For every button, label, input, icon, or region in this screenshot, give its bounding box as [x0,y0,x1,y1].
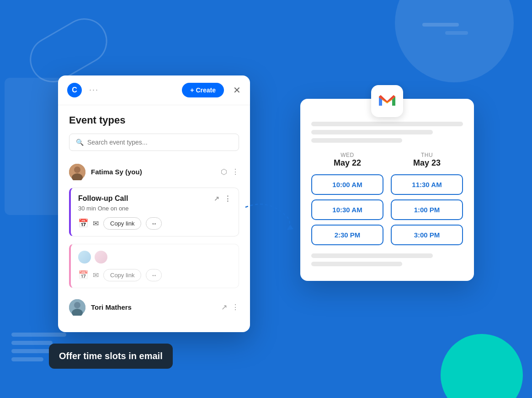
email-icon[interactable]: ✉ [93,219,99,228]
gmail-line-3 [311,138,402,143]
embed-button-2[interactable]: ↔ [146,269,162,281]
event-external-link-icon[interactable]: ↗ [214,195,219,202]
col1-header: WED May 22 [311,152,383,168]
svg-marker-6 [287,225,293,230]
col2-day: THU [391,152,463,158]
event2-actions: 📅 ✉ Copy link ↔ [78,269,231,281]
gmail-icon-badge [371,85,403,117]
gmail-card: WED May 22 10:00 AM 10:30 AM 2:30 PM THU… [300,99,474,281]
gmail-line-1 [311,122,463,126]
calendar-col-1: WED May 22 10:00 AM 10:30 AM 2:30 PM [311,152,383,245]
user-row2-actions: ↗ ⋮ [221,303,239,312]
avatar-fatima [69,164,85,180]
event-title-actions: ↗ ⋮ [214,194,231,203]
event-actions: 📅 ✉ Copy link ↔ [78,217,231,230]
col2-header: THU May 23 [391,152,463,168]
small-avatar-2 [95,251,107,264]
event-more-icon[interactable]: ⋮ [224,194,231,203]
time-slot-1030[interactable]: 10:30 AM [311,199,383,220]
gmail-footer-line-2 [311,262,402,266]
external-link-icon[interactable]: ⬡ [221,167,227,176]
col1-date: May 22 [311,158,383,168]
external-link-icon-2[interactable]: ↗ [221,303,227,312]
event-title-text: Follow-up Call [78,194,128,203]
user-row-fatima: Fatima Sy (you) ⬡ ⋮ [69,160,239,184]
calendly-body: Event types 🔍 Fatima Sy (you [58,105,250,332]
embed-button[interactable]: ↔ [146,217,162,230]
event-title-row: Follow-up Call ↗ ⋮ [78,194,231,203]
dashed-arrow [241,198,296,237]
gmail-footer-line-1 [311,253,433,258]
copy-link-button[interactable]: Copy link [103,217,141,230]
close-button[interactable]: ✕ [233,85,241,96]
event-card-followup: Follow-up Call ↗ ⋮ 30 min One on one 📅 ✉… [69,188,239,237]
add-to-calendar-icon-2[interactable]: 📅 [78,270,88,280]
more-options-icon-2[interactable]: ⋮ [232,303,239,312]
col1-day: WED [311,152,383,158]
search-input[interactable] [87,139,232,146]
user-row-tori: Tori Mathers ↗ ⋮ [69,296,239,319]
calendly-logo: C [67,83,82,97]
calendly-card: C ··· + Create ✕ Event types 🔍 [58,75,250,332]
email-icon-2[interactable]: ✉ [93,271,99,280]
svg-point-1 [74,167,80,173]
event-card-2: 📅 ✉ Copy link ↔ [69,244,239,288]
time-slot-1500[interactable]: 3:00 PM [391,225,463,245]
calendly-panel: C ··· + Create ✕ Event types 🔍 [58,66,250,332]
avatar-tori [69,299,85,316]
create-button[interactable]: + Create [182,83,224,97]
calendly-header: C ··· + Create ✕ [58,75,250,105]
time-slot-1430[interactable]: 2:30 PM [311,225,383,245]
gmail-footer-lines [311,253,463,266]
user-name-tori: Tori Mathers [91,303,216,311]
gmail-panel: WED May 22 10:00 AM 10:30 AM 2:30 PM THU… [300,99,474,281]
event-meta: 30 min One on one [78,205,231,212]
gmail-header-lines [311,122,463,143]
tooltip: Offer time slots in email [49,344,173,369]
svg-point-4 [74,302,80,308]
gmail-line-2 [311,130,433,134]
time-slot-1300[interactable]: 1:00 PM [391,199,463,220]
time-slot-1000[interactable]: 10:00 AM [311,174,383,195]
col2-date: May 23 [391,158,463,168]
user-row-actions: ⬡ ⋮ [221,167,239,176]
more-options-icon[interactable]: ⋮ [232,167,239,176]
time-slot-1130[interactable]: 11:30 AM [391,174,463,195]
search-icon: 🔍 [76,139,84,146]
add-to-calendar-icon[interactable]: 📅 [78,218,88,228]
page-title: Event types [69,114,239,126]
avatar-row [78,251,231,264]
header-menu-dots[interactable]: ··· [89,85,176,95]
calendar-col-2: THU May 23 11:30 AM 1:00 PM 3:00 PM [391,152,463,245]
tooltip-text: Offer time slots in email [59,351,163,361]
search-box[interactable]: 🔍 [69,134,239,151]
copy-link-button-2[interactable]: Copy link [103,269,141,281]
user-name-fatima: Fatima Sy (you) [91,168,215,176]
small-avatar-1 [78,251,91,264]
calendar-grid: WED May 22 10:00 AM 10:30 AM 2:30 PM THU… [311,152,463,245]
